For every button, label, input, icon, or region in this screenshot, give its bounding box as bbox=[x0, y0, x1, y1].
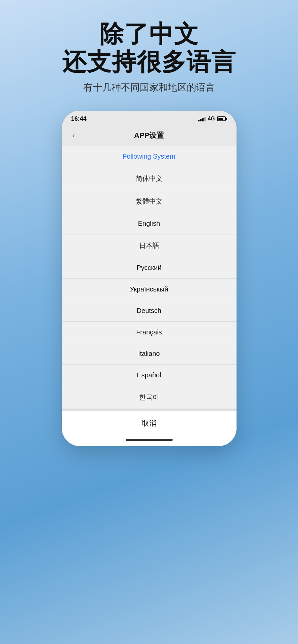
home-indicator bbox=[62, 436, 237, 446]
main-headline: 除了中文 还支持很多语言 bbox=[0, 20, 298, 76]
language-list-item[interactable]: Italiano bbox=[62, 343, 237, 365]
back-button[interactable]: ‹ bbox=[70, 130, 78, 141]
language-list-item[interactable]: Русский bbox=[62, 257, 237, 279]
status-bar: 16:44 4G bbox=[62, 111, 237, 126]
nav-bar: ‹ APP设置 bbox=[62, 126, 237, 146]
network-label: 4G bbox=[208, 116, 215, 122]
top-text-area: 除了中文 还支持很多语言 有十几种不同国家和地区的语言 bbox=[0, 0, 298, 101]
language-list-item[interactable]: Français bbox=[62, 322, 237, 343]
language-list-item[interactable]: English bbox=[62, 213, 237, 234]
language-list-item[interactable]: 简体中文 bbox=[62, 167, 237, 190]
language-list-item[interactable]: 日本語 bbox=[62, 234, 237, 257]
signal-icon bbox=[198, 116, 206, 121]
language-list-item[interactable]: Following System bbox=[62, 146, 237, 167]
cancel-button[interactable]: 取消 bbox=[62, 409, 237, 436]
language-list: Following System简体中文繁體中文English日本語Русски… bbox=[62, 146, 237, 409]
nav-title: APP设置 bbox=[134, 130, 164, 141]
language-list-item[interactable]: 한국어 bbox=[62, 386, 237, 409]
battery-icon bbox=[217, 116, 227, 121]
language-list-item[interactable]: Українськый bbox=[62, 279, 237, 300]
language-list-item[interactable]: Español bbox=[62, 365, 237, 386]
language-list-item[interactable]: 繁體中文 bbox=[62, 190, 237, 213]
status-time: 16:44 bbox=[71, 115, 87, 122]
language-list-item[interactable]: Deutsch bbox=[62, 300, 237, 322]
status-right: 4G bbox=[198, 116, 227, 122]
sub-headline: 有十几种不同国家和地区的语言 bbox=[0, 81, 298, 94]
home-bar bbox=[126, 439, 173, 441]
phone-mockup: 16:44 4G ‹ APP设置 Following System简体中文繁體中… bbox=[62, 111, 237, 446]
